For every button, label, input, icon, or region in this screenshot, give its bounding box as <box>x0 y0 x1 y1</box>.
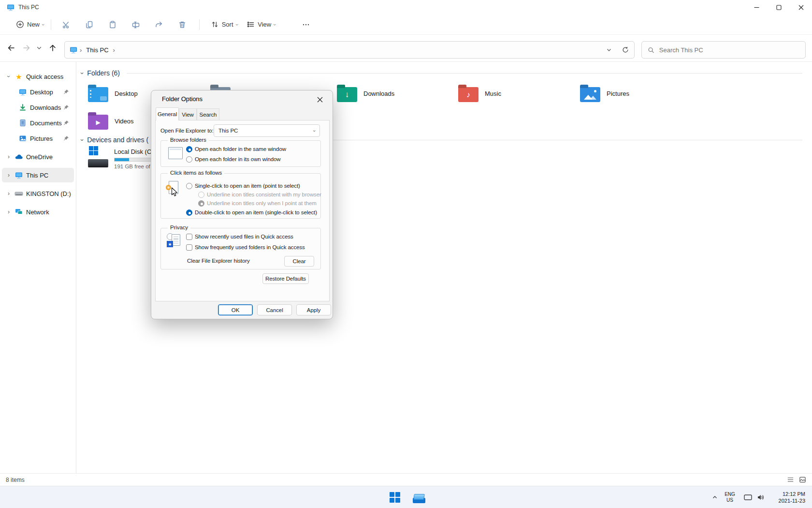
address-bar[interactable]: › This PC › <box>64 41 635 59</box>
sidebar-item-label: Pictures <box>30 135 53 142</box>
folders-group-header[interactable]: › Folders (6) <box>81 67 802 79</box>
sidebar-item-label: Quick access <box>26 73 63 80</box>
radio-label-double-click[interactable]: Double-click to open an item (single-cli… <box>195 209 317 215</box>
up-button[interactable] <box>45 41 60 55</box>
sort-icon <box>211 20 219 29</box>
share-button[interactable] <box>151 16 167 33</box>
details-view-button[interactable] <box>787 476 794 483</box>
clear-history-label: Clear File Explorer history <box>187 258 250 264</box>
sidebar-item-network[interactable]: › Network <box>2 205 74 219</box>
sidebar-item-pictures[interactable]: Pictures <box>2 131 74 146</box>
plus-circle-icon <box>16 20 24 29</box>
folder-tile-downloads[interactable]: ↓ Downloads <box>337 83 450 104</box>
usb-drive-icon <box>14 189 23 198</box>
tab-general[interactable]: General <box>156 107 179 120</box>
folder-tile-music[interactable]: ♪ Music <box>458 83 572 104</box>
copy-button[interactable] <box>81 16 98 33</box>
forward-button[interactable] <box>19 41 34 55</box>
this-pc-icon <box>7 3 14 11</box>
clear-button[interactable]: Clear <box>284 256 314 267</box>
sidebar-item-onedrive[interactable]: › OneDrive <box>2 149 74 164</box>
network-tray-icon[interactable] <box>744 494 752 501</box>
sidebar-item-desktop[interactable]: Desktop <box>2 85 74 99</box>
tab-view[interactable]: View <box>179 108 197 120</box>
privacy-group: Privacy ★ Show recently used files in Qu… <box>160 228 321 269</box>
cut-button[interactable] <box>58 16 74 33</box>
address-dropdown-chevron[interactable] <box>606 47 612 53</box>
sidebar-item-this-pc[interactable]: › This PC <box>2 168 74 182</box>
paste-icon <box>108 20 117 29</box>
paste-button[interactable] <box>104 16 121 33</box>
radio-label-same-window[interactable]: Open each folder in the same window <box>195 146 286 152</box>
checkbox-show-frequent-folders[interactable] <box>186 244 192 251</box>
volume-tray-icon[interactable] <box>757 494 765 501</box>
ok-button[interactable]: OK <box>218 304 253 315</box>
radio-double-click[interactable] <box>186 209 192 216</box>
expand-chevron-icon[interactable]: › <box>6 153 12 160</box>
back-button[interactable] <box>4 41 18 55</box>
delete-button[interactable] <box>174 16 190 33</box>
collapse-chevron-icon[interactable]: › <box>79 72 86 74</box>
chevron-down-icon <box>36 45 42 51</box>
expand-chevron-icon[interactable]: › <box>6 209 12 215</box>
toolbar-divider <box>199 19 200 30</box>
sidebar-item-downloads[interactable]: Downloads <box>2 100 74 115</box>
restore-defaults-button[interactable]: Restore Defaults <box>262 273 309 284</box>
apply-button[interactable]: Apply <box>296 304 331 315</box>
status-bar: 8 items <box>0 473 812 486</box>
maximize-button[interactable] <box>768 0 790 15</box>
rename-button[interactable] <box>128 16 144 33</box>
taskbar-clock[interactable]: 12:12 PM 2021-11-23 <box>770 491 805 504</box>
file-explorer-icon <box>413 492 425 503</box>
click-burst-glyph <box>166 185 171 190</box>
search-input[interactable] <box>659 46 799 54</box>
start-button[interactable] <box>385 488 405 507</box>
share-icon <box>155 20 163 29</box>
radio-underline-consistent[interactable] <box>198 192 204 198</box>
expand-chevron-icon[interactable]: › <box>6 190 12 197</box>
checkbox-label-recent-files[interactable]: Show recently used files in Quick access <box>195 234 293 239</box>
sidebar-item-documents[interactable]: Documents <box>2 116 74 130</box>
taskbar-file-explorer-button[interactable] <box>409 488 429 507</box>
breadcrumb-this-pc[interactable]: This PC <box>86 46 108 54</box>
maximize-icon <box>776 5 782 10</box>
refresh-icon[interactable] <box>622 46 629 54</box>
open-explorer-to-dropdown[interactable]: This PC › <box>214 124 320 137</box>
sort-button[interactable]: Sort › <box>206 16 243 33</box>
radio-same-window[interactable] <box>186 146 192 152</box>
expand-chevron-icon[interactable]: › <box>6 172 12 179</box>
language-indicator[interactable]: ENG US <box>722 492 738 503</box>
close-icon <box>317 97 323 103</box>
radio-own-window[interactable] <box>186 156 192 163</box>
more-options-button[interactable] <box>298 16 314 33</box>
cancel-button[interactable]: Cancel <box>257 304 292 315</box>
tab-search[interactable]: Search <box>197 108 219 120</box>
pin-icon <box>63 89 69 95</box>
folders-group-label: Folders (6) <box>87 69 120 77</box>
folder-tile-pictures[interactable]: Pictures <box>580 83 694 104</box>
radio-label-own-window[interactable]: Open each folder in its own window <box>195 156 281 162</box>
minimize-button[interactable] <box>745 0 768 15</box>
sidebar-item-kingston-drive[interactable]: › KINGSTON (D:) <box>2 186 74 201</box>
collapse-chevron-icon[interactable]: › <box>79 139 86 141</box>
radio-label-underline-point: Underline icon titles only when I point … <box>207 200 317 206</box>
rename-icon <box>131 20 140 29</box>
large-thumbnails-view-button[interactable] <box>799 476 806 483</box>
new-button[interactable]: New › <box>12 16 49 33</box>
tab-label: General <box>158 111 177 117</box>
recent-locations-button[interactable] <box>34 41 44 55</box>
close-button[interactable] <box>790 0 812 15</box>
radio-single-click[interactable] <box>186 183 192 189</box>
view-button[interactable]: View › <box>242 16 280 33</box>
radio-label-single-click[interactable]: Single-click to open an item (point to s… <box>195 183 300 189</box>
radio-underline-point[interactable] <box>198 200 204 207</box>
checkbox-label-frequent-folders[interactable]: Show frequently used folders in Quick ac… <box>195 244 305 250</box>
sidebar-item-label: Downloads <box>30 104 61 111</box>
tab-label: View <box>182 112 193 118</box>
tray-overflow-button[interactable] <box>708 494 722 500</box>
expand-chevron-icon[interactable]: › <box>5 74 12 79</box>
sidebar-item-quick-access[interactable]: › ★ Quick access <box>2 69 74 84</box>
dialog-close-button[interactable] <box>315 95 325 105</box>
search-box[interactable] <box>641 41 806 59</box>
checkbox-show-recent-files[interactable] <box>186 234 192 240</box>
